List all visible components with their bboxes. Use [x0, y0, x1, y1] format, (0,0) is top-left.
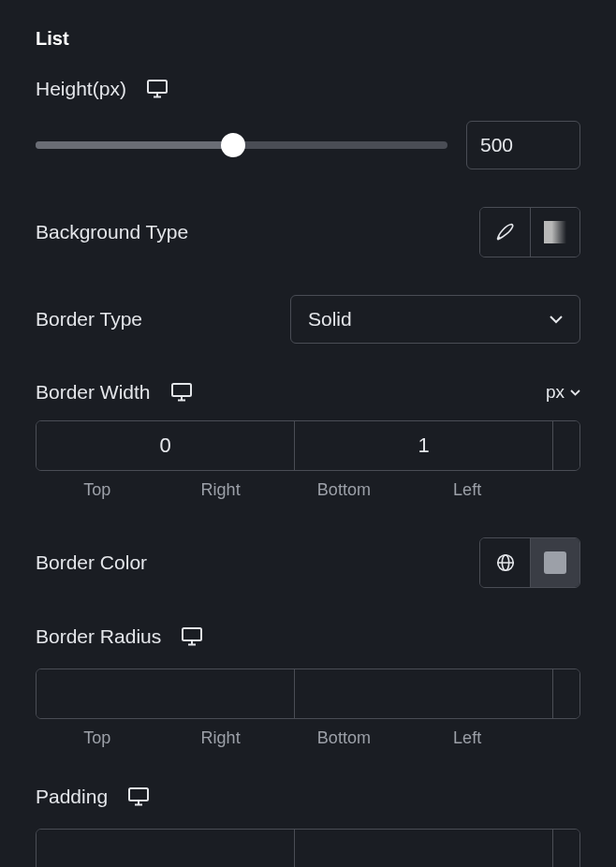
dim-label-left: Left [405, 728, 529, 748]
padding-right-input[interactable] [295, 830, 553, 867]
border-radius-top-input[interactable] [37, 669, 295, 718]
dim-label-top: Top [36, 480, 159, 500]
border-color-picker-button[interactable] [530, 538, 579, 587]
height-input[interactable] [466, 121, 580, 169]
border-radius-bottom-input[interactable] [553, 669, 580, 718]
border-width-dim-labels: Top Right Bottom Left [36, 480, 580, 500]
dim-label-left: Left [405, 480, 529, 500]
background-type-toggle [479, 207, 580, 257]
border-radius-dim-labels: Top Right Bottom Left [36, 728, 580, 748]
svg-rect-9 [183, 628, 201, 640]
border-type-select[interactable]: Solid [290, 295, 580, 344]
svg-rect-0 [148, 81, 167, 93]
dim-label-right: Right [159, 480, 283, 500]
dim-label-right: Right [159, 728, 283, 748]
border-width-right-input[interactable] [295, 421, 553, 470]
border-radius-label-row: Border Radius [36, 625, 580, 648]
padding-label: Padding [36, 786, 108, 808]
border-radius-inputs [36, 669, 580, 719]
height-slider-thumb[interactable] [221, 133, 245, 157]
gradient-icon [544, 221, 566, 243]
chevron-down-icon [550, 316, 563, 324]
dim-label-top: Top [36, 728, 159, 748]
height-label-row: Height(px) [36, 78, 580, 100]
border-radius-right-input[interactable] [295, 669, 553, 718]
background-type-label: Background Type [36, 221, 188, 243]
dim-label-bottom: Bottom [283, 728, 406, 748]
bg-gradient-button[interactable] [530, 208, 579, 257]
border-type-row: Border Type Solid [36, 295, 580, 344]
height-slider[interactable] [36, 141, 447, 149]
desktop-icon[interactable] [182, 627, 202, 646]
desktop-icon[interactable] [147, 80, 168, 98]
desktop-icon[interactable] [128, 787, 149, 806]
border-color-global-button[interactable] [480, 538, 530, 587]
svg-rect-12 [129, 788, 148, 801]
border-type-label: Border Type [36, 308, 142, 331]
padding-bottom-input[interactable] [553, 830, 580, 867]
border-radius-label: Border Radius [36, 625, 161, 648]
padding-top-input[interactable] [37, 830, 295, 867]
chevron-down-icon [570, 389, 580, 396]
desktop-icon[interactable] [171, 383, 192, 402]
dim-label-bottom: Bottom [283, 480, 406, 500]
globe-icon [495, 552, 516, 573]
height-label: Height(px) [36, 78, 126, 100]
border-color-row: Border Color [36, 537, 580, 588]
border-width-unit-select[interactable]: px [546, 382, 580, 403]
padding-inputs [36, 829, 580, 867]
border-color-group [479, 537, 580, 588]
padding-label-row: Padding [36, 786, 580, 808]
border-width-inputs [36, 420, 580, 471]
bg-classic-button[interactable] [480, 208, 530, 257]
border-type-value: Solid [308, 308, 352, 331]
border-width-header: Border Width px [36, 381, 580, 404]
border-width-unit: px [546, 382, 565, 403]
svg-rect-3 [172, 384, 191, 396]
border-color-label: Border Color [36, 551, 147, 574]
border-width-label: Border Width [36, 381, 151, 404]
height-slider-row [36, 121, 580, 169]
border-width-bottom-input[interactable] [553, 421, 580, 470]
color-swatch-icon [544, 551, 566, 574]
border-width-top-input[interactable] [37, 421, 295, 470]
section-title: List [36, 28, 580, 50]
background-type-row: Background Type [36, 207, 580, 257]
height-slider-fill [36, 141, 233, 149]
